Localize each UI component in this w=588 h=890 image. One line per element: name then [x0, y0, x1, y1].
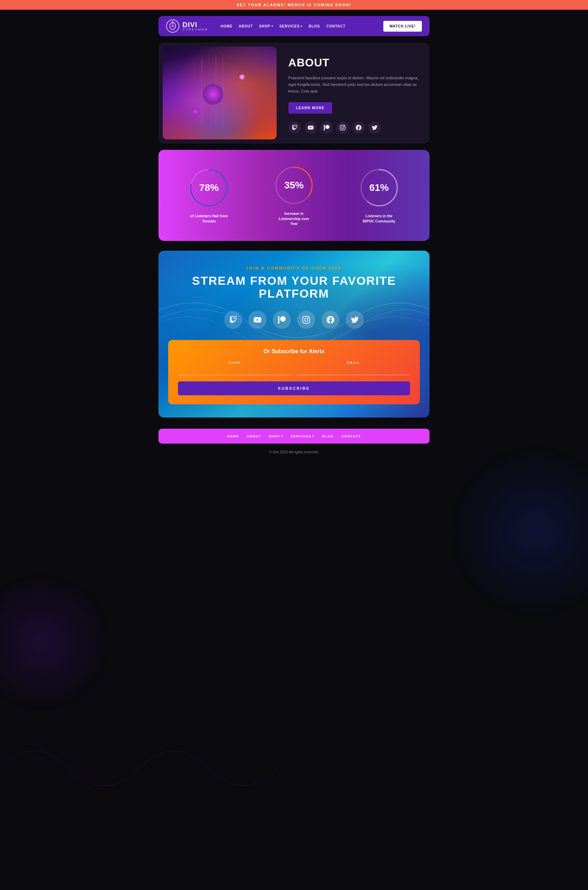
instagram-icon[interactable]: [336, 122, 349, 134]
stat-value-2: 35%: [284, 180, 304, 191]
nav-home[interactable]: HOME: [220, 24, 232, 28]
footer-nav-home[interactable]: HOME: [227, 434, 239, 438]
logo-icon: [166, 20, 179, 33]
navbar: DIVI STREAMER HOME ABOUT SHOP ▾ SERVICES…: [159, 16, 429, 36]
logo[interactable]: DIVI STREAMER: [166, 20, 208, 33]
stat-label-1: of Listeners Hail from Toronto: [190, 213, 228, 224]
email-field-wrap: EMAIL: [297, 361, 410, 375]
top-banner-text: SET YOUR ALARMS! MERCH IS COMING SOON!: [237, 3, 351, 7]
footer-nav-about[interactable]: ABOUT: [247, 434, 261, 438]
stat-item-1: 78% of Listeners Hail from Toronto: [168, 167, 250, 224]
logo-tagline: STREAMER: [183, 28, 208, 31]
subscribe-fields: NAME EMAIL: [178, 361, 410, 375]
about-section: ABOUT Praesent faucibus posuere turpis e…: [159, 42, 429, 144]
subscribe-button[interactable]: SUBSCRIBE: [178, 381, 410, 395]
about-content: ABOUT Praesent faucibus posuere turpis e…: [281, 42, 429, 144]
twitter-icon[interactable]: [368, 122, 381, 134]
name-input[interactable]: [178, 366, 291, 375]
stat-value-3: 61%: [369, 182, 389, 193]
about-social-icons: [288, 122, 420, 134]
stat-item-2: 35% Increase in Listenership over Year: [254, 164, 335, 226]
stream-social-icons: [168, 311, 420, 329]
stat-item-3: 61% Listeners in the BIPOC Community: [338, 167, 420, 224]
email-input[interactable]: [297, 366, 410, 375]
footer-nav-services[interactable]: SERVICES ▾: [291, 434, 315, 438]
watch-live-button[interactable]: WATCH LIVE!: [383, 21, 422, 32]
stream-twitter-icon[interactable]: [346, 311, 364, 329]
twitch-icon[interactable]: [288, 122, 301, 134]
nav-blog[interactable]: BLOG: [309, 24, 320, 28]
about-description: Praesent faucibus posuere turpis et dict…: [288, 75, 420, 95]
nav-about[interactable]: ABOUT: [239, 24, 253, 28]
nav-shop[interactable]: SHOP ▾: [259, 24, 273, 28]
facebook-icon[interactable]: [352, 122, 365, 134]
nav-links: HOME ABOUT SHOP ▾ SERVICES ▾ BLOG CONTAC…: [220, 24, 378, 28]
stream-title: STREAM FROM YOUR FAVORITE PLATFORM: [168, 274, 420, 300]
name-label: NAME: [178, 361, 291, 364]
top-banner: SET YOUR ALARMS! MERCH IS COMING SOON!: [0, 0, 588, 10]
stat-value-1: 78%: [199, 182, 219, 193]
footer-nav-contact[interactable]: CONTACT: [341, 434, 361, 438]
nav-services[interactable]: SERVICES ▾: [279, 24, 302, 28]
about-title: ABOUT: [288, 56, 420, 69]
svg-point-2: [171, 25, 174, 27]
footer-copyright: © Divi 2022 All rights reserved.: [159, 447, 429, 462]
footer-nav-blog[interactable]: BLOG: [322, 434, 334, 438]
subscribe-title: Or Subscribe for Alerts: [178, 348, 410, 354]
patreon-icon[interactable]: [320, 122, 333, 134]
stream-subtitle: JOIN A COMMUNITY OF OVER 200K: [168, 266, 420, 270]
learn-more-button[interactable]: LEARN MORE: [288, 102, 332, 114]
footer-nav-shop[interactable]: SHOP ▾: [268, 434, 283, 438]
stream-twitch-icon[interactable]: [224, 311, 242, 329]
stream-facebook-icon[interactable]: [321, 311, 339, 329]
name-field-wrap: NAME: [178, 361, 291, 375]
stats-section: 78% of Listeners Hail from Toronto 35% I…: [159, 150, 429, 241]
footer-nav: HOME ABOUT SHOP ▾ SERVICES ▾ BLOG CONTAC…: [159, 429, 429, 444]
stream-instagram-icon[interactable]: [297, 311, 315, 329]
nav-contact[interactable]: CONTACT: [326, 24, 345, 28]
stream-youtube-icon[interactable]: [249, 311, 267, 329]
email-label: EMAIL: [297, 361, 410, 364]
youtube-icon[interactable]: [304, 122, 317, 134]
stream-section: JOIN A COMMUNITY OF OVER 200K STREAM FRO…: [159, 251, 429, 417]
stat-label-3: Listeners in the BIPOC Community: [360, 213, 398, 224]
stat-label-2: Increase in Listenership over Year: [275, 211, 313, 226]
stream-patreon-icon[interactable]: [273, 311, 291, 329]
logo-brand: DIVI: [183, 21, 208, 28]
about-image: [163, 47, 277, 140]
subscribe-box: Or Subscribe for Alerts NAME EMAIL SUBSC…: [168, 340, 420, 404]
